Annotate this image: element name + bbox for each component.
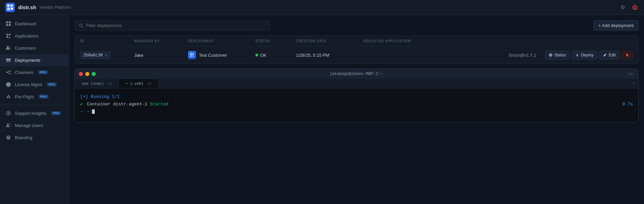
support-pro-badge: Pro xyxy=(51,111,61,115)
svg-rect-2 xyxy=(7,7,10,10)
terminal-cursor xyxy=(92,109,95,114)
search-box[interactable] xyxy=(74,20,270,31)
sidebar-label-manage-users: Manage Users xyxy=(15,123,43,128)
license-icon xyxy=(5,81,11,87)
terminal-body[interactable]: [+] Running 1/1 ✔ Container distr-agent-… xyxy=(75,88,638,122)
delete-icon xyxy=(625,53,629,57)
preflight-icon xyxy=(5,94,11,100)
sidebar-label-license: License Mgmt xyxy=(15,82,42,87)
edit-button[interactable]: Edit xyxy=(599,51,619,59)
svg-rect-6 xyxy=(6,24,8,26)
toolbar: + Add deployment xyxy=(74,20,639,31)
deploy-button[interactable]: Deploy xyxy=(572,51,597,59)
svg-rect-3 xyxy=(11,7,13,10)
channels-pro-badge: Pro xyxy=(38,70,48,74)
cell-id: 2b8a6c30 ⧉ xyxy=(80,51,134,59)
svg-rect-1 xyxy=(10,4,13,7)
power-icon[interactable]: ⏻ xyxy=(631,4,639,11)
cell-status: OK xyxy=(255,53,296,58)
sidebar-item-deployments[interactable]: Deployments xyxy=(0,54,69,66)
topbar-brand: distr.sh xyxy=(18,4,36,10)
svg-rect-29 xyxy=(192,55,194,57)
terminal-tab-npm[interactable]: npm (node) ⌘1 xyxy=(75,79,119,88)
search-icon xyxy=(79,23,83,28)
main-layout: Dashboard Applications Customers xyxy=(0,15,644,204)
terminal-keyboard-shortcut: ⌥⌘1 xyxy=(627,72,634,76)
id-badge: 2b8a6c30 ⧉ xyxy=(80,51,111,59)
svg-point-21 xyxy=(7,124,9,125)
preflight-pro-badge: Pro xyxy=(38,95,49,99)
sidebar-label-applications: Applications xyxy=(15,33,38,39)
maximize-button-tl[interactable] xyxy=(92,72,96,76)
sidebar-label-channels: Channels xyxy=(15,70,33,75)
terminal-titlebar: jakepage@Jakes-MBP-2:~ ⌥⌘1 xyxy=(75,69,638,79)
sidebar: Dashboard Applications Customers xyxy=(0,15,69,204)
edit-icon xyxy=(603,53,607,57)
delete-button[interactable] xyxy=(621,51,633,59)
sidebar-label-support: Support Insights xyxy=(15,111,47,116)
check-icon: ✔ xyxy=(80,102,83,107)
search-input[interactable] xyxy=(86,23,266,28)
deployments-table: ID MANAGED BY DEPLOYMENT STATUS CREATION… xyxy=(74,35,639,64)
sidebar-divider xyxy=(0,105,69,105)
settings-icon[interactable]: ⚙ xyxy=(619,4,626,11)
svg-point-14 xyxy=(9,70,11,72)
terminal-tab-add[interactable]: + xyxy=(629,79,638,88)
topbar-left: distr.sh Vendor Platform xyxy=(5,3,71,12)
col-deployed-app: DEPLOYED APPLICATION xyxy=(363,39,633,43)
table-row: 2b8a6c30 ⧉ Jake Test Customer xyxy=(75,47,638,63)
sidebar-item-applications[interactable]: Applications xyxy=(0,30,69,42)
svg-point-20 xyxy=(8,112,9,114)
sidebar-item-support[interactable]: Support Insights Pro xyxy=(0,107,69,119)
svg-rect-10 xyxy=(6,59,11,59)
col-creation-date: CREATION DATE xyxy=(296,39,363,43)
cell-managed-by: Jake xyxy=(134,53,188,58)
table-header: ID MANAGED BY DEPLOYMENT STATUS CREATION… xyxy=(75,36,638,47)
traffic-lights xyxy=(79,72,96,76)
sidebar-item-preflight[interactable]: Pre-Flight Pro xyxy=(0,91,69,103)
sidebar-label-dashboard: Dashboard xyxy=(15,21,36,26)
terminal-line-running: [+] Running 1/1 xyxy=(80,93,633,101)
customers-icon xyxy=(5,45,11,51)
sidebar-item-license[interactable]: License Mgmt Pro xyxy=(0,78,69,91)
terminal-tab-zsh[interactable]: ~ (-zsh) ⌘2 xyxy=(119,79,159,88)
support-icon xyxy=(5,110,11,116)
close-button-tl[interactable] xyxy=(79,72,83,76)
sidebar-item-customers[interactable]: Customers xyxy=(0,42,69,54)
minimize-button-tl[interactable] xyxy=(85,72,89,76)
sidebar-item-manage-users[interactable]: Manage Users xyxy=(0,119,69,131)
apps-icon xyxy=(5,33,11,39)
svg-rect-26 xyxy=(190,53,192,55)
svg-point-24 xyxy=(80,24,82,27)
logo-icon xyxy=(5,3,15,12)
svg-rect-11 xyxy=(6,60,11,61)
sidebar-item-branding[interactable]: Branding xyxy=(0,131,69,144)
col-status: STATUS xyxy=(255,39,296,43)
sidebar-label-preflight: Pre-Flight xyxy=(15,94,34,99)
add-deployment-button[interactable]: + Add deployment xyxy=(593,20,639,31)
cell-deployment: Test Customer xyxy=(188,51,255,59)
svg-rect-4 xyxy=(6,21,8,23)
terminal-line-prompt: → ~ xyxy=(80,108,633,116)
terminal-tabs: npm (node) ⌘1 ~ (-zsh) ⌘2 + xyxy=(75,79,638,88)
sidebar-label-deployments: Deployments xyxy=(15,58,40,63)
deployments-icon xyxy=(5,57,11,63)
sidebar-item-channels[interactable]: Channels Pro xyxy=(0,66,69,78)
svg-point-9 xyxy=(9,46,10,48)
terminal-line-started: ✔ Container distr-agent-1 Started 0.7s xyxy=(80,101,633,108)
svg-point-31 xyxy=(550,54,551,56)
deploy-icon xyxy=(575,53,579,57)
deployed-app-label: Shiori@v1.7.1 xyxy=(509,53,536,58)
cell-actions: Shiori@v1.7.1 Status Deploy xyxy=(363,51,633,59)
copy-icon[interactable]: ⧉ xyxy=(105,53,108,57)
svg-rect-0 xyxy=(7,4,9,7)
svg-point-23 xyxy=(6,135,10,139)
col-id: ID xyxy=(80,39,134,43)
svg-line-25 xyxy=(82,26,83,27)
sidebar-item-dashboard[interactable]: Dashboard xyxy=(0,18,69,30)
sidebar-label-branding: Branding xyxy=(15,135,32,140)
terminal-title: jakepage@Jakes-MBP-2:~ xyxy=(96,72,617,76)
col-deployment: DEPLOYMENT xyxy=(188,39,255,43)
svg-line-16 xyxy=(7,71,9,72)
status-button[interactable]: Status xyxy=(545,51,570,59)
